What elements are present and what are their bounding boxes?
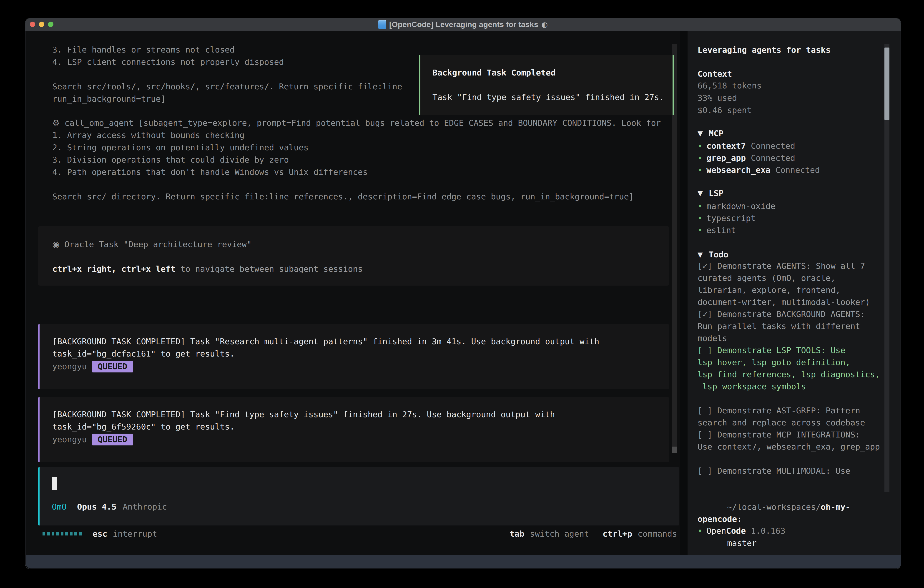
prompt-input[interactable]: OmO Opus 4.5 Anthropic [38, 467, 679, 525]
mcp-heading-label: MCP [709, 127, 723, 140]
input-provider-name: Anthropic [122, 501, 167, 513]
mcp-section-heading: ▼ MCP [698, 127, 886, 140]
document-icon [378, 20, 386, 29]
input-agent-name: OmO [52, 501, 67, 513]
bullet-icon: • [698, 200, 706, 212]
todo-item: [✓] Demonstrate BACKGROUND AGENTS: Run p… [698, 308, 886, 344]
tool-call-detail: 1. Array access without bounds checking … [52, 129, 661, 203]
input-meta-row: OmO Opus 4.5 Anthropic [52, 501, 167, 513]
title-bar[interactable]: [OpenCode] Leveraging agents for tasks ◐ [25, 18, 901, 31]
task-user: yeongyu [52, 360, 87, 372]
task-user: yeongyu [52, 433, 87, 446]
background-task-notification: Background Task Completed Task "Find typ… [419, 55, 674, 115]
lsp-item-name: eslint [706, 224, 736, 236]
opencode-version-number: 1.0.163 [751, 525, 785, 537]
todo-item: [✓] Demonstrate AGENTS: Show all 7 curat… [698, 260, 886, 308]
bullet-icon: • [698, 140, 706, 152]
ctrlp-key-hint: ctrl+p [603, 529, 632, 538]
fisheye-icon: ◉ [52, 239, 59, 249]
lsp-heading-label: LSP [709, 187, 723, 200]
tab-key-label: switch agent [530, 529, 589, 538]
mcp-item-name: websearch_exa [706, 164, 771, 176]
activity-dots-icon [43, 532, 82, 535]
status-badge: QUEUED [92, 434, 133, 446]
oracle-title: Oracle Task "Deep architecture review" [64, 239, 252, 249]
terminal-window: [OpenCode] Leveraging agents for tasks ◐… [25, 18, 901, 569]
task-result-box: [BACKGROUND TASK COMPLETED] Task "Resear… [38, 324, 669, 389]
todo-heading-label: Todo [709, 249, 728, 261]
oracle-hint-line: ctrl+x right, ctrl+x left to navigate be… [52, 263, 669, 275]
lsp-list: • markdown-oxide • typescript • eslint [698, 200, 886, 236]
task-meta-row: yeongyu QUEUED [52, 433, 669, 446]
workspace-path-prefix: ~/local-workspaces/ [727, 502, 821, 512]
traffic-lights [30, 21, 53, 27]
lsp-section-heading: ▼ LSP [698, 187, 886, 200]
lsp-item-name: markdown-oxide [706, 200, 775, 212]
tool-call-text: call_omo_agent [subagent_type=explore, p… [64, 118, 661, 127]
tool-call-line: ⚙ call_omo_agent [subagent_type=explore,… [52, 117, 661, 129]
mcp-item: • context7 Connected [698, 140, 886, 152]
esc-key-label: interrupt [113, 529, 157, 538]
sidebar-scrollbar-thumb[interactable] [884, 48, 889, 120]
bullet-icon: • [698, 152, 706, 164]
todo-item: [ ] Demonstrate MCP INTEGRATIONS: Use co… [698, 429, 886, 453]
todo-item: [ ] Demonstrate AST-GREP: Pattern search… [698, 405, 886, 429]
workspace-path: ~/local-workspaces/oh-my-opencode: maste… [698, 489, 886, 557]
input-model-name: Opus 4.5 [77, 501, 116, 513]
collapse-triangle-icon: ▼ [698, 187, 703, 200]
lsp-item: • typescript [698, 212, 886, 224]
lsp-item: • markdown-oxide [698, 200, 886, 212]
task-result-line1: [BACKGROUND TASK COMPLETED] Task "Find t… [52, 408, 669, 421]
session-title: Leveraging agents for tasks [698, 44, 886, 56]
task-meta-row: yeongyu QUEUED [52, 360, 669, 372]
todo-section-heading: ▼ Todo [698, 249, 886, 261]
tool-call-block: ⚙ call_omo_agent [subagent_type=explore,… [52, 117, 661, 203]
bullet-icon: • [698, 212, 706, 224]
notification-body: Task "Find type safety issues" finished … [432, 92, 666, 102]
half-circle-status-icon: ◐ [541, 20, 548, 29]
mcp-item-name: context7 [706, 140, 746, 152]
task-result-line1: [BACKGROUND TASK COMPLETED] Task "Resear… [52, 335, 669, 348]
todo-list: [✓] Demonstrate AGENTS: Show all 7 curat… [698, 260, 886, 477]
minimize-button[interactable] [39, 21, 45, 27]
oracle-hint-text: to navigate between subagent sessions [175, 264, 363, 274]
lsp-item: • eslint [698, 224, 886, 236]
todo-item: [ ] Demonstrate LSP TOOLS: Use lsp_hover… [698, 344, 886, 393]
opencode-name-regular: Open [706, 525, 726, 537]
mcp-item-status: Connected [751, 152, 795, 164]
window-bottom-bar [26, 555, 901, 568]
mcp-item-status: Connected [776, 164, 820, 176]
main-scrollbar-thumb[interactable] [672, 447, 677, 453]
mcp-item: • websearch_exa Connected [698, 164, 886, 176]
context-stats: 66,518 tokens 33% used $0.46 spent [698, 79, 886, 116]
mcp-list: • context7 Connected • grep_app Connecte… [698, 140, 886, 176]
lsp-item-name: typescript [706, 212, 756, 224]
gear-icon: ⚙ [52, 118, 59, 127]
scrollback-text: 3. File handles or streams not closed 4.… [52, 44, 402, 105]
bullet-icon: • [698, 164, 706, 176]
collapse-triangle-icon: ▼ [698, 249, 703, 261]
terminal-cursor [52, 477, 57, 490]
ctrlp-key-label: commands [638, 529, 677, 538]
close-button[interactable] [30, 21, 35, 27]
status-bar-left: esc interrupt [43, 527, 157, 540]
oracle-hint-keys: ctrl+x right, ctrl+x left [52, 264, 175, 274]
mcp-item-name: grep_app [706, 152, 746, 164]
window-title-group: [OpenCode] Leveraging agents for tasks ◐ [25, 18, 901, 31]
notification-title: Background Task Completed [432, 68, 666, 78]
oracle-title-line: ◉ Oracle Task "Deep architecture review" [52, 238, 669, 251]
esc-key-hint: esc [92, 529, 107, 538]
bullet-icon: • [698, 224, 706, 236]
bullet-icon: • [698, 525, 706, 537]
mcp-item-status: Connected [751, 140, 795, 152]
context-heading: Context [698, 68, 886, 80]
zoom-button[interactable] [48, 21, 53, 27]
collapse-triangle-icon: ▼ [698, 127, 703, 140]
pane-divider [680, 31, 688, 557]
mcp-item: • grep_app Connected [698, 152, 886, 164]
window-title: [OpenCode] Leveraging agents for tasks [389, 20, 538, 29]
task-result-box: [BACKGROUND TASK COMPLETED] Task "Find t… [38, 397, 669, 462]
status-badge: QUEUED [92, 361, 133, 372]
terminal-main-pane: 3. File handles or streams not closed 4.… [26, 31, 680, 557]
sidebar-scrollbar[interactable] [884, 44, 889, 492]
